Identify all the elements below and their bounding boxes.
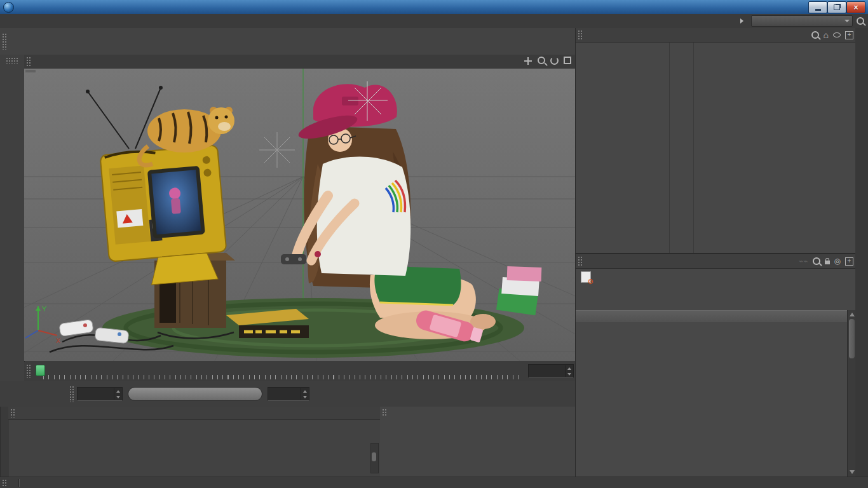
app-logo-icon (3, 2, 14, 13)
svg-text:Y: Y (42, 305, 47, 313)
timeline-ruler[interactable] (31, 362, 526, 381)
om-filter-icon[interactable] (833, 32, 841, 37)
zoom-view-icon[interactable] (538, 57, 545, 64)
status-bar (0, 477, 868, 488)
am-add-icon[interactable]: + (845, 257, 853, 266)
palette-grip[interactable] (6, 57, 18, 64)
status-grip (2, 479, 8, 487)
am-lock-icon[interactable] (825, 261, 830, 264)
am-search-icon[interactable] (813, 257, 820, 265)
material-manager (8, 407, 381, 477)
object-tree (576, 43, 856, 253)
right-panel: ⌂ + ⌁⌁ ◎ + (575, 28, 856, 477)
pan-view-icon[interactable] (524, 57, 532, 65)
timeline-scrubber[interactable] (36, 365, 45, 376)
current-frame-field[interactable] (77, 387, 123, 401)
mode-palette (0, 55, 25, 381)
am-target-icon[interactable]: ◎ (834, 257, 841, 265)
mat-grip[interactable] (10, 409, 16, 417)
panel-tab-strip (855, 28, 868, 488)
transport-grip[interactable] (69, 386, 75, 402)
view-label[interactable] (25, 70, 36, 72)
rotate-view-icon[interactable] (550, 57, 559, 65)
end-frame-field[interactable] (268, 387, 309, 401)
scene-render: Y X (24, 69, 575, 361)
svg-text:X: X (56, 337, 61, 344)
toolbar-grip[interactable] (2, 33, 8, 50)
am-gizmo-icon: ⌁⌁ (799, 257, 808, 266)
viewport-canvas[interactable]: Y X (24, 69, 575, 361)
om-add-icon[interactable]: + (845, 31, 853, 39)
attribute-manager: ⌁⌁ ◎ + (576, 254, 856, 477)
viewport[interactable]: Y X (24, 55, 575, 361)
om-home-icon[interactable]: ⌂ (824, 30, 829, 39)
bottom-panels (0, 407, 575, 477)
viewport-grip[interactable] (26, 57, 32, 67)
preview-range-slider[interactable] (128, 387, 262, 401)
attribute-scrollbar[interactable] (847, 310, 856, 477)
scene-settings-icon (581, 271, 591, 283)
main-menu-bar (0, 14, 868, 29)
minimize-button[interactable] (808, 1, 827, 13)
cinema4d-window: × (0, 0, 868, 488)
om-grip[interactable] (578, 30, 583, 40)
title-bar: × (0, 0, 868, 14)
transport-bar (0, 381, 575, 407)
timeline (24, 362, 575, 382)
material-scrollbar[interactable] (370, 443, 379, 473)
close-button[interactable]: × (846, 1, 865, 13)
viewport-menu-bar (24, 55, 575, 69)
om-search-icon[interactable] (811, 31, 819, 39)
layout-arrow-icon (740, 18, 743, 24)
section-header[interactable] (576, 310, 853, 323)
am-grip[interactable] (578, 256, 583, 266)
coordinates-panel (380, 407, 575, 477)
coords-grip[interactable] (382, 409, 388, 416)
restore-button[interactable] (827, 1, 846, 13)
main-toolbar (0, 28, 575, 55)
timeline-frame-field[interactable] (528, 364, 574, 378)
layout-select[interactable] (751, 15, 853, 27)
maxon-branding (0, 407, 9, 477)
search-icon[interactable] (857, 17, 864, 25)
object-manager: ⌂ + (576, 28, 856, 254)
toggle-view-icon[interactable] (564, 57, 571, 64)
attribute-body (576, 322, 847, 477)
